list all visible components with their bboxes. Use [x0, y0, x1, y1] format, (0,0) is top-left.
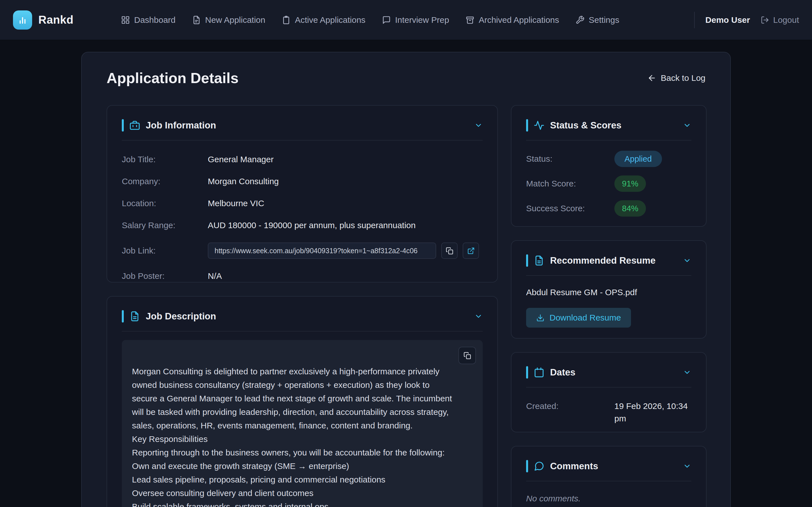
dates-header: Dates: [526, 366, 691, 379]
logout-label: Logout: [773, 15, 799, 25]
success-score-row: Success Score: 84%: [526, 200, 691, 217]
nav-user-section: Demo User Logout: [694, 12, 799, 28]
copy-icon: [446, 247, 453, 255]
field-label: Job Poster:: [122, 271, 208, 281]
nav-item-dashboard[interactable]: Dashboard: [121, 15, 175, 25]
accent-bar: [526, 366, 528, 379]
brand[interactable]: Rankd: [13, 10, 73, 30]
nav-item-new-application[interactable]: New Application: [192, 15, 265, 25]
field-value: Melbourne VIC: [208, 199, 264, 208]
match-score-badge: 91%: [614, 175, 646, 192]
divider: [526, 275, 691, 276]
status-scores-card: Status & Scores Status: Applied Match Sc…: [511, 105, 707, 227]
success-score-badge: 84%: [614, 200, 646, 217]
chevron-down-icon[interactable]: [683, 121, 691, 129]
created-row: Created: 19 Feb 2026, 10:34 pm: [526, 400, 691, 425]
chevron-down-icon[interactable]: [683, 368, 691, 377]
briefcase-icon: [130, 120, 140, 131]
bar-chart-icon: [18, 15, 28, 25]
dashboard-grid-icon: [121, 15, 130, 24]
divider: [122, 140, 483, 140]
wrench-icon: [575, 15, 585, 24]
nav-item-active-applications[interactable]: Active Applications: [282, 15, 365, 25]
file-icon: [192, 15, 201, 24]
chevron-down-icon[interactable]: [474, 121, 483, 129]
job-description-box: Morgan Consulting is delighted to partne…: [122, 340, 483, 507]
divider: [526, 140, 691, 140]
field-label: Job Title:: [122, 155, 208, 164]
download-resume-button[interactable]: Download Resume: [526, 308, 631, 328]
card-title: Comments: [550, 461, 598, 471]
chevron-down-icon[interactable]: [474, 312, 483, 321]
job-link-input[interactable]: [208, 242, 436, 259]
message-circle-icon: [534, 461, 545, 471]
recommended-resume-card: Recommended Resume Abdul Resume GM - OPS…: [511, 240, 707, 339]
comments-card: Comments No comments.: [511, 446, 707, 507]
card-title: Job Information: [146, 120, 216, 131]
no-comments-text: No comments.: [526, 494, 691, 503]
speech-bubble-icon: [382, 15, 391, 24]
external-link-icon: [467, 247, 475, 255]
copy-link-button[interactable]: [441, 242, 458, 259]
open-link-button[interactable]: [463, 242, 479, 259]
field-label: Company:: [122, 177, 208, 186]
nav-item-label: Archived Applications: [479, 15, 559, 25]
created-value: 19 Feb 2026, 10:34 pm: [614, 400, 691, 425]
accent-bar: [122, 119, 124, 131]
accent-bar: [122, 310, 124, 323]
field-label: Match Score:: [526, 179, 614, 188]
file-text-icon: [130, 311, 140, 322]
salary-row: Salary Range: AUD 180000 - 190000 per an…: [122, 221, 483, 230]
job-description-text: Morgan Consulting is delighted to partne…: [132, 365, 472, 507]
logout-button[interactable]: Logout: [761, 15, 799, 25]
nav-item-label: Dashboard: [134, 15, 175, 25]
job-poster-row: Job Poster: N/A: [122, 271, 483, 281]
nav-divider: [694, 12, 695, 28]
copy-description-button[interactable]: [458, 347, 476, 364]
field-value: General Manager: [208, 155, 273, 164]
brand-logo: [13, 10, 32, 30]
field-label: Job Link:: [122, 246, 208, 256]
chevron-down-icon[interactable]: [683, 462, 691, 470]
accent-bar: [526, 255, 528, 267]
field-label: Success Score:: [526, 204, 614, 213]
application-details-panel: Application Details Back to Log Job In: [81, 52, 731, 507]
nav-item-label: Settings: [589, 15, 619, 25]
download-resume-label: Download Resume: [550, 313, 621, 323]
nav-item-label: New Application: [205, 15, 265, 25]
arrow-left-icon: [647, 73, 656, 82]
comments-header: Comments: [526, 460, 691, 472]
nav-item-archived-applications[interactable]: Archived Applications: [465, 15, 559, 25]
chevron-down-icon[interactable]: [683, 256, 691, 265]
nav-item-settings[interactable]: Settings: [575, 15, 619, 25]
card-title: Status & Scores: [550, 120, 621, 131]
divider: [122, 331, 483, 332]
job-title-row: Job Title: General Manager: [122, 155, 483, 164]
brand-name: Rankd: [38, 13, 73, 26]
accent-bar: [526, 119, 528, 131]
divider: [526, 387, 691, 388]
field-label: Created:: [526, 400, 614, 425]
field-value: N/A: [208, 271, 222, 281]
job-description-card: Job Description Morgan Consulting is del…: [107, 296, 498, 507]
nav-item-interview-prep[interactable]: Interview Prep: [382, 15, 449, 25]
field-value: AUD 180000 - 190000 per annum, plus supe…: [208, 221, 416, 230]
job-information-card: Job Information Job Title: General Manag…: [107, 105, 498, 283]
download-icon: [536, 314, 545, 322]
title-row: Application Details Back to Log: [107, 69, 705, 87]
user-name: Demo User: [705, 15, 750, 25]
logout-icon: [761, 16, 769, 24]
file-text-icon: [534, 255, 545, 266]
job-description-header: Job Description: [122, 310, 483, 323]
nav-menu: Dashboard New Application Active Applica…: [121, 15, 619, 25]
card-title: Job Description: [146, 311, 216, 322]
field-label: Location:: [122, 199, 208, 208]
recommended-resume-header: Recommended Resume: [526, 255, 691, 267]
status-badge: Applied: [614, 151, 662, 167]
card-title: Recommended Resume: [550, 255, 656, 266]
divider: [526, 481, 691, 482]
field-value: Morgan Consulting: [208, 177, 279, 186]
back-to-log-link[interactable]: Back to Log: [647, 73, 705, 83]
job-information-header: Job Information: [122, 119, 483, 131]
nav-item-label: Active Applications: [295, 15, 365, 25]
